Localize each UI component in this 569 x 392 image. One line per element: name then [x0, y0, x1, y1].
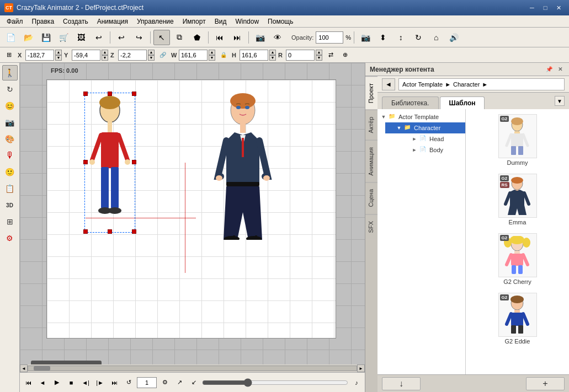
tl-start-button[interactable]: ⏮	[22, 377, 34, 389]
handle-tr[interactable]	[132, 92, 136, 96]
select-tool[interactable]: ↖	[153, 30, 170, 45]
tl-stop-button[interactable]: ■	[65, 377, 77, 389]
scroll-left-arrow[interactable]: ◄	[20, 364, 28, 372]
tree-item-head[interactable]: ► 📄 Head	[393, 133, 465, 144]
y-up-arrow[interactable]: ▲	[102, 50, 108, 55]
handle-bc[interactable]	[108, 229, 112, 234]
lib-tab-arrow[interactable]: ▼	[555, 96, 565, 106]
w-input[interactable]: 161,6	[179, 50, 208, 61]
mic-tool[interactable]: 🎙	[2, 148, 18, 163]
w-up-arrow[interactable]: ▲	[209, 50, 215, 55]
move-h-button[interactable]: ↕	[392, 30, 409, 45]
tree-item-body[interactable]: ► 📄 Body	[393, 144, 465, 155]
x-down-arrow[interactable]: ▼	[55, 55, 62, 61]
menu-help[interactable]: Помощь	[263, 17, 297, 26]
stage-area[interactable]	[46, 79, 336, 339]
thumb-emma[interactable]: G2 RS	[468, 171, 567, 228]
h-scroll-thumb[interactable]	[34, 366, 50, 370]
tl-last-button[interactable]: ⏭	[108, 377, 120, 389]
lib-tab-template[interactable]: Шаблон	[440, 96, 485, 109]
cm-pin-icon[interactable]: 📌	[545, 65, 554, 74]
shape-tool[interactable]: ⬟	[189, 30, 205, 45]
settings-tool[interactable]: ⚙	[2, 230, 18, 246]
last-frame-button[interactable]: ⏭	[229, 30, 246, 45]
h-scroll-track[interactable]	[28, 366, 357, 371]
menu-animation[interactable]: Анимация	[93, 17, 132, 26]
r-down-arrow[interactable]: ▼	[316, 55, 322, 61]
lib-tab-library[interactable]: Библиотека.	[382, 96, 439, 109]
tl-frame-input[interactable]: 1	[137, 377, 157, 388]
handle-tl[interactable]	[83, 92, 88, 96]
tl-prev-kf-button[interactable]: ◄|	[79, 377, 92, 389]
copy-tool[interactable]: ⧉	[171, 30, 188, 45]
rotate-tool[interactable]: ↻	[2, 82, 18, 97]
h-input[interactable]: 161,6	[240, 50, 268, 61]
handle-br[interactable]	[132, 229, 136, 234]
tab-actor[interactable]: Актёр	[365, 110, 377, 140]
menu-window[interactable]: Window	[231, 17, 263, 26]
rotate-button[interactable]: ↻	[410, 30, 427, 45]
move-tool[interactable]: 🚶	[2, 65, 18, 80]
tl-next-kf-button[interactable]: |►	[94, 377, 106, 389]
tree-item-root[interactable]: ▼ 📁 Actor Template	[377, 111, 465, 122]
maximize-button[interactable]: □	[539, 2, 551, 13]
x-arrows[interactable]: ▲▼	[55, 50, 62, 61]
menu-control[interactable]: Управление	[132, 17, 178, 26]
anchor-button[interactable]: ⊕	[339, 49, 351, 61]
redo-button[interactable]: ↪	[131, 30, 147, 45]
tl-prev-button[interactable]: ◄	[36, 377, 49, 389]
undo-button[interactable]: ↩	[113, 30, 130, 45]
camera-tool[interactable]: 📷	[2, 115, 18, 130]
thumb-eddie[interactable]: G2	[468, 290, 567, 347]
menu-import[interactable]: Импорт	[178, 17, 210, 26]
tab-sfx[interactable]: SFX	[365, 214, 377, 239]
tl-settings-button[interactable]: ⚙	[159, 377, 171, 389]
z-input[interactable]: -2,2	[118, 50, 147, 61]
minimize-button[interactable]: ─	[526, 2, 538, 13]
render-button[interactable]: 🖼	[73, 30, 89, 45]
h-down-arrow[interactable]: ▼	[269, 55, 276, 61]
y-input[interactable]: -59,4	[72, 50, 100, 61]
head-tool[interactable]: 🙂	[2, 164, 18, 180]
z-up-arrow[interactable]: ▲	[148, 50, 155, 55]
x-up-arrow[interactable]: ▲	[55, 50, 62, 55]
x-input[interactable]: -182,7	[25, 50, 54, 61]
home-button[interactable]: ⌂	[428, 30, 444, 45]
scroll-right-arrow[interactable]: ►	[357, 364, 365, 372]
action-add-button[interactable]: +	[526, 377, 565, 390]
character1[interactable]	[86, 94, 134, 232]
handle-mr[interactable]	[132, 160, 136, 164]
menu-edit[interactable]: Правка	[28, 17, 59, 26]
eye-button[interactable]: 👁	[269, 30, 286, 45]
close-button[interactable]: ✕	[552, 2, 565, 13]
tree-item-character[interactable]: ▼ 📁 Character	[385, 122, 465, 133]
handle-tc[interactable]	[108, 92, 112, 96]
menu-view[interactable]: Вид	[210, 17, 231, 26]
canvas-area[interactable]: FPS: 0.00	[20, 63, 365, 392]
w-down-arrow[interactable]: ▼	[209, 55, 215, 61]
tab-animation[interactable]: Анимация	[365, 140, 377, 182]
face-tool[interactable]: 😊	[2, 98, 18, 114]
new-button[interactable]: 📄	[2, 30, 19, 45]
r-input[interactable]: 0	[286, 50, 315, 61]
save-button[interactable]: 💾	[38, 30, 54, 45]
sound-button[interactable]: 🔊	[445, 30, 462, 45]
action-down-button[interactable]: ↓	[382, 377, 421, 390]
link-button[interactable]: 🔗	[157, 49, 169, 61]
grid-tool[interactable]: ⊞	[2, 214, 18, 229]
tab-project[interactable]: Проект	[365, 76, 377, 110]
grid-button[interactable]: ⊞	[2, 49, 15, 61]
menu-create[interactable]: Создать	[59, 17, 93, 26]
character2[interactable]	[210, 91, 276, 240]
first-frame-button[interactable]: ⏮	[211, 30, 228, 45]
layer-tool[interactable]: 📋	[2, 181, 18, 196]
opacity-input[interactable]	[316, 31, 343, 44]
paint-tool[interactable]: 🎨	[2, 131, 18, 147]
z-down-arrow[interactable]: ▼	[148, 55, 155, 61]
thumb-panel[interactable]: G2	[466, 109, 569, 374]
tab-scene[interactable]: Сцена	[365, 182, 377, 213]
thumb-cherry[interactable]: G2	[468, 230, 567, 288]
tl-loop-button[interactable]: ↺	[123, 377, 135, 389]
move-v-button[interactable]: ⬍	[375, 30, 391, 45]
r-up-arrow[interactable]: ▲	[316, 50, 322, 55]
